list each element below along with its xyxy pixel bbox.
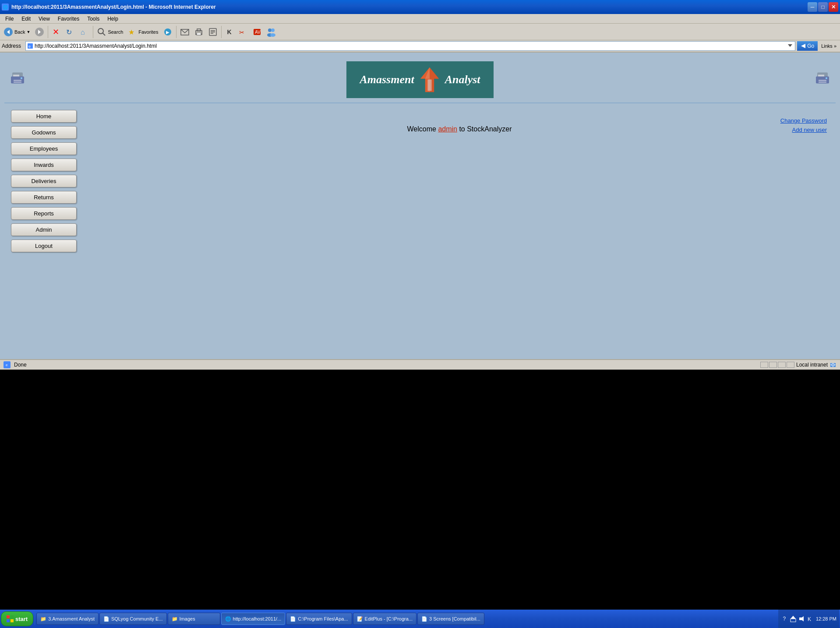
taskbar-item-1[interactable]: 📄 SQLyog Community E... bbox=[99, 613, 167, 625]
network-icon bbox=[790, 615, 797, 622]
refresh-icon: ↻ bbox=[66, 27, 75, 37]
address-label: Address bbox=[2, 43, 24, 49]
progress-bar bbox=[760, 362, 794, 368]
svg-text:↻: ↻ bbox=[66, 28, 72, 36]
title-bar-left: 🌐 http://localhost:2011/3AmassmentAnalys… bbox=[2, 4, 216, 11]
close-button[interactable]: ✕ bbox=[829, 2, 838, 12]
change-password-link[interactable]: Change Password bbox=[780, 116, 827, 126]
k-button[interactable]: K bbox=[223, 25, 236, 39]
menu-file[interactable]: File bbox=[2, 15, 17, 23]
nav-employees[interactable]: Employees bbox=[11, 142, 77, 155]
go-button[interactable]: Go bbox=[797, 41, 818, 51]
taskbar-item-label-5: EditPlus - [C:\Progra... bbox=[365, 616, 413, 621]
welcome-suffix: to StockAnalyzer bbox=[457, 125, 512, 133]
menu-favorites[interactable]: Favorites bbox=[54, 15, 83, 23]
toolbar-sep-2 bbox=[93, 26, 93, 38]
svg-marker-59 bbox=[799, 616, 804, 621]
svg-text:▶: ▶ bbox=[166, 30, 169, 35]
windows-logo-icon bbox=[7, 615, 14, 622]
svg-marker-30 bbox=[801, 44, 805, 48]
people-icon bbox=[266, 27, 276, 37]
svg-rect-44 bbox=[819, 80, 826, 81]
taskbar-item-3[interactable]: 🌐 http://localhost:2011/... bbox=[221, 613, 286, 625]
menu-view[interactable]: View bbox=[35, 15, 53, 23]
svg-text:e: e bbox=[6, 363, 8, 367]
nav-admin[interactable]: Admin bbox=[11, 223, 77, 236]
taskbar-item-6[interactable]: 📄 3 Screens [Compatibil... bbox=[417, 613, 484, 625]
taskbar-item-label-1: SQLyog Community E... bbox=[111, 616, 163, 621]
links-button[interactable]: Links » bbox=[819, 42, 838, 49]
toolbar-sep-3 bbox=[176, 26, 176, 38]
taskbar-item-4[interactable]: 📄 C:\Program Files\Apa... bbox=[286, 613, 352, 625]
start-button[interactable]: start bbox=[1, 611, 33, 626]
start-label: start bbox=[15, 616, 28, 622]
edit-button[interactable] bbox=[206, 25, 219, 39]
svg-line-8 bbox=[102, 33, 105, 35]
people-button[interactable] bbox=[265, 25, 278, 39]
svg-rect-57 bbox=[791, 619, 796, 622]
minimize-button[interactable]: ─ bbox=[808, 2, 817, 12]
addr-dropdown[interactable] bbox=[787, 42, 794, 49]
question-icon: ? bbox=[781, 615, 788, 622]
stop-button[interactable]: ✕ bbox=[50, 25, 63, 39]
media-button[interactable]: ▶ bbox=[161, 25, 174, 39]
scissors-button[interactable]: ✂ bbox=[236, 25, 250, 39]
svg-rect-53 bbox=[7, 615, 10, 618]
search-button[interactable]: Search bbox=[95, 25, 125, 39]
toolbar: Back ▼ ✕ ↻ ⌂ Search bbox=[0, 24, 840, 40]
svg-marker-58 bbox=[791, 616, 796, 619]
svg-point-23 bbox=[268, 28, 272, 32]
maximize-button[interactable]: □ bbox=[818, 2, 828, 12]
nav-deliveries[interactable]: Deliveries bbox=[11, 175, 77, 187]
logo-text-right: Analyst bbox=[445, 73, 480, 86]
nav-inwards[interactable]: Inwards bbox=[11, 159, 77, 171]
menu-tools[interactable]: Tools bbox=[84, 15, 103, 23]
nav-reports[interactable]: Reports bbox=[11, 207, 77, 220]
status-text: Done bbox=[14, 362, 27, 368]
svg-rect-54 bbox=[11, 615, 14, 618]
status-icon: e bbox=[4, 361, 11, 368]
mail-button[interactable] bbox=[178, 25, 191, 39]
back-button[interactable]: Back ▼ bbox=[2, 25, 32, 39]
edit-icon bbox=[208, 27, 218, 37]
svg-rect-43 bbox=[818, 75, 824, 77]
favorites-button[interactable]: ★ Favorites bbox=[126, 25, 160, 39]
taskbar-item-0[interactable]: 📁 3.Amassment Analyst bbox=[36, 613, 99, 625]
nav-logout[interactable]: Logout bbox=[11, 240, 77, 252]
taskbar-item-label-3: http://localhost:2011/... bbox=[233, 616, 282, 621]
home-button[interactable]: ⌂ bbox=[78, 25, 91, 39]
nav-home[interactable]: Home bbox=[11, 110, 77, 123]
address-input[interactable] bbox=[35, 43, 786, 49]
volume-icon bbox=[798, 615, 805, 622]
taskbar-item-2[interactable]: 📁 Images bbox=[168, 613, 220, 625]
av-button[interactable]: AV bbox=[251, 25, 264, 39]
zone-text: Local intranet bbox=[796, 362, 828, 368]
refresh-button[interactable]: ↻ bbox=[64, 25, 77, 39]
media-icon: ▶ bbox=[163, 27, 173, 37]
forward-button[interactable] bbox=[33, 25, 46, 39]
print-button[interactable] bbox=[192, 25, 205, 39]
taskbar-item-label-0: 3.Amassment Analyst bbox=[48, 616, 95, 621]
title-bar-buttons: ─ □ ✕ bbox=[808, 2, 838, 12]
svg-point-26 bbox=[270, 33, 275, 37]
content-area: Welcome admin to StockAnalyzer Change Pa… bbox=[83, 103, 836, 344]
browser-icon: 🌐 bbox=[2, 4, 9, 11]
admin-link[interactable]: admin bbox=[438, 125, 457, 133]
taskbar-item-5[interactable]: 📝 EditPlus - [C:\Progra... bbox=[353, 613, 416, 625]
nav-returns[interactable]: Returns bbox=[11, 191, 77, 204]
menu-help[interactable]: Help bbox=[104, 15, 122, 23]
prog-seg-1 bbox=[760, 362, 768, 368]
taskbar-item-label-6: 3 Screens [Compatibil... bbox=[429, 616, 480, 621]
window-title: http://localhost:2011/3AmassmentAnalyst/… bbox=[11, 4, 216, 10]
welcome-message: Welcome admin to StockAnalyzer bbox=[407, 125, 512, 133]
nav-godowns[interactable]: Godowns bbox=[11, 126, 77, 139]
printer-icon-right bbox=[814, 71, 831, 89]
prog-seg-4 bbox=[787, 362, 794, 368]
add-new-user-link[interactable]: Add new user bbox=[780, 126, 827, 135]
back-dropdown[interactable]: ▼ bbox=[26, 30, 30, 34]
svg-rect-56 bbox=[11, 619, 14, 622]
svg-text:★: ★ bbox=[128, 28, 134, 36]
svg-rect-40 bbox=[427, 80, 431, 91]
svg-point-46 bbox=[826, 78, 827, 79]
menu-edit[interactable]: Edit bbox=[18, 15, 34, 23]
